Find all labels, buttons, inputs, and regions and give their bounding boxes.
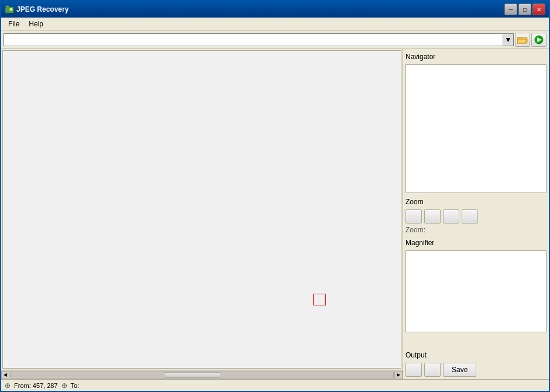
svg-marker-1 <box>5 5 10 7</box>
save-button[interactable]: Save <box>443 363 476 377</box>
canvas-area[interactable] <box>2 50 401 369</box>
navigator-box <box>405 64 546 193</box>
menu-file[interactable]: File <box>4 19 24 29</box>
scrollbar-thumb[interactable] <box>164 372 221 378</box>
magnifier-section: Magnifier <box>405 238 546 332</box>
coords-from-label: From: 457, 287 <box>14 382 58 389</box>
go-arrow-icon <box>534 35 544 44</box>
menu-bar: File Help <box>1 18 549 30</box>
output-controls: Save <box>405 363 546 377</box>
svg-point-2 <box>10 8 13 11</box>
output-btn-2[interactable] <box>424 363 441 377</box>
path-dropdown-arrow[interactable]: ▼ <box>503 34 513 46</box>
chevron-down-icon: ▼ <box>505 36 512 44</box>
coords-to-label: To: <box>71 382 80 389</box>
minimize-button[interactable]: ─ <box>504 4 517 15</box>
magnifier-label: Magnifier <box>405 238 546 248</box>
maximize-button[interactable]: □ <box>518 4 531 15</box>
output-label: Output <box>405 350 546 360</box>
right-panel: Navigator Zoom Zoom: Magnifier <box>403 49 549 379</box>
coords-from-icon: ⊕ <box>5 381 11 390</box>
window-controls: ─ □ ✕ <box>504 4 545 15</box>
zoom-btn-1[interactable] <box>405 209 422 223</box>
toolbar: ▼ <box>1 30 549 49</box>
horizontal-scrollbar: ◀ ▶ <box>1 370 403 379</box>
selection-rectangle <box>313 294 326 305</box>
magnifier-box <box>405 250 546 332</box>
go-button[interactable] <box>531 33 546 47</box>
folder-open-icon <box>517 36 528 44</box>
zoom-value-label: Zoom: <box>405 226 546 234</box>
svg-marker-5 <box>517 39 527 43</box>
output-btn-1[interactable] <box>405 363 422 377</box>
zoom-section: Zoom Zoom: <box>405 197 546 234</box>
navigator-label: Navigator <box>405 51 546 62</box>
path-input-container: ▼ <box>4 33 514 46</box>
coords-to-icon: ⊕ <box>61 381 67 390</box>
zoom-btn-2[interactable] <box>424 209 441 223</box>
window-title: JPEG Recovery <box>16 5 502 13</box>
scroll-right-button[interactable]: ▶ <box>394 371 403 379</box>
main-content: ◀ ▶ Navigator Zoom <box>1 49 549 379</box>
zoom-controls <box>405 209 546 223</box>
zoom-btn-4[interactable] <box>462 209 478 223</box>
open-folder-button[interactable] <box>515 33 530 47</box>
scroll-left-button[interactable]: ◀ <box>1 371 9 379</box>
main-window: JPEG Recovery ─ □ ✕ File Help ▼ <box>0 0 550 392</box>
menu-help[interactable]: Help <box>24 19 48 29</box>
path-input[interactable] <box>4 36 503 43</box>
scrollbar-track[interactable] <box>10 372 394 379</box>
zoom-btn-3[interactable] <box>443 209 459 223</box>
title-bar: JPEG Recovery ─ □ ✕ <box>1 1 549 18</box>
close-button[interactable]: ✕ <box>532 4 545 15</box>
app-icon <box>5 5 14 14</box>
zoom-label: Zoom <box>405 197 546 207</box>
svg-rect-4 <box>517 37 521 39</box>
canvas-inner <box>3 51 401 368</box>
status-bar: ⊕ From: 457, 287 ⊕ To: <box>1 379 549 391</box>
output-section: Output Save <box>405 350 546 377</box>
navigator-section: Navigator <box>405 51 546 193</box>
